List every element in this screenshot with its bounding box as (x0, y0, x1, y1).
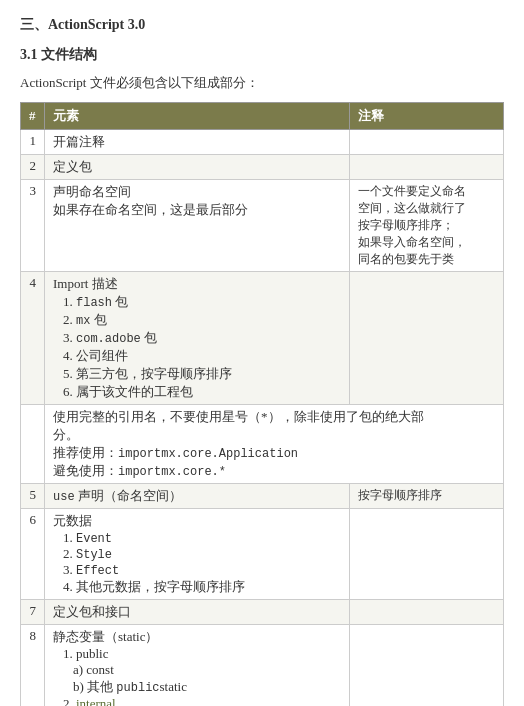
table-row: 6 元数据 1. Event 2. Style 3. Effect 4. 其他元… (21, 509, 504, 600)
table-row: 5 use 声明（命名空间） 按字母顺序排序 (21, 484, 504, 509)
row-num: 1 (21, 130, 45, 155)
row-note (350, 130, 504, 155)
col-header-element: 元素 (45, 103, 350, 130)
row-num: 5 (21, 484, 45, 509)
table-row: 4 Import 描述 1. flash 包 2. mx 包 3. com.ad… (21, 272, 504, 405)
row-num: 7 (21, 600, 45, 625)
row-content: 定义包 (45, 155, 350, 180)
row-note (350, 272, 504, 405)
row-note (350, 509, 504, 600)
row-content: Import 描述 1. flash 包 2. mx 包 3. com.adob… (45, 272, 350, 405)
row-note (350, 155, 504, 180)
table-row: 3 声明命名空间 如果存在命名空间，这是最后部分 一个文件要定义命名空间，这么做… (21, 180, 504, 272)
row-content: use 声明（命名空间） (45, 484, 350, 509)
subsection-title: 3.1 文件结构 (20, 46, 504, 64)
table-row-wide: 使用完整的引用名，不要使用星号（*），除非使用了包的绝大部 分。 推荐使用：im… (21, 405, 504, 484)
table-row: 7 定义包和接口 (21, 600, 504, 625)
section-title: 三、ActionScript 3.0 (20, 16, 504, 34)
row-content: 定义包和接口 (45, 600, 350, 625)
table-row: 1 开篇注释 (21, 130, 504, 155)
row-content: 声明命名空间 如果存在命名空间，这是最后部分 (45, 180, 350, 272)
row-content: 元数据 1. Event 2. Style 3. Effect 4. 其他元数据… (45, 509, 350, 600)
col-header-num: # (21, 103, 45, 130)
row-num: 8 (21, 625, 45, 707)
row-content-wide: 使用完整的引用名，不要使用星号（*），除非使用了包的绝大部 分。 推荐使用：im… (45, 405, 504, 484)
row-content: 静态变量（static） 1. public a) const b) 其他 pu… (45, 625, 350, 707)
row-note: 按字母顺序排序 (350, 484, 504, 509)
row-num: 2 (21, 155, 45, 180)
row-num: 4 (21, 272, 45, 405)
row-note (350, 600, 504, 625)
col-header-note: 注释 (350, 103, 504, 130)
row-num: 3 (21, 180, 45, 272)
intro-text: ActionScript 文件必须包含以下组成部分： (20, 74, 504, 92)
row-content: 开篇注释 (45, 130, 350, 155)
row-note (350, 625, 504, 707)
structure-table: # 元素 注释 1 开篇注释 2 定义包 3 声明命名空间 如果存在命名空间，这… (20, 102, 504, 706)
row-num: 6 (21, 509, 45, 600)
table-row: 8 静态变量（static） 1. public a) const b) 其他 … (21, 625, 504, 707)
row-note: 一个文件要定义命名空间，这么做就行了按字母顺序排序；如果导入命名空间，同名的包要… (350, 180, 504, 272)
row-num (21, 405, 45, 484)
table-row: 2 定义包 (21, 155, 504, 180)
